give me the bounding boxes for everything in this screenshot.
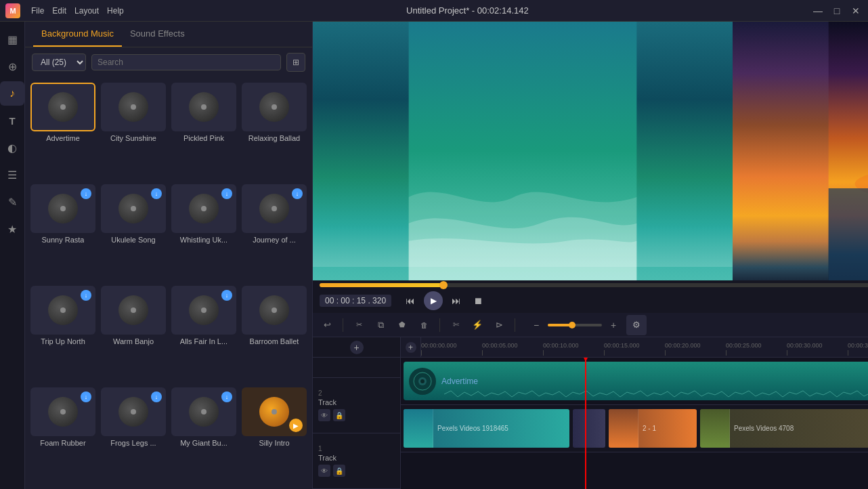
- sidebar-item-tools[interactable]: ✎: [0, 190, 24, 214]
- audio-track-name: Track: [318, 398, 395, 406]
- audio-track-header: 2 Track 👁 🔒: [313, 378, 400, 433]
- ruler-mark-1: 00:00:05.000: [482, 342, 543, 356]
- music-label-trip-up-north: Trip Up North: [41, 337, 85, 345]
- music-label-relaxing-ballad: Relaxing Ballad: [248, 134, 300, 142]
- zoom-out-btn[interactable]: −: [527, 316, 545, 334]
- download-badge-trip-up-north: ↓: [81, 290, 91, 301]
- stop-btn[interactable]: ⏹: [470, 293, 486, 309]
- clip-thumb-road: [700, 409, 730, 448]
- download-badge-journey: ↓: [292, 188, 303, 199]
- video-clip-road[interactable]: Pexels Videos 4708: [700, 409, 868, 448]
- video-clip-label-21: 2 - 1: [638, 425, 660, 432]
- sidebar-item-effects[interactable]: ⊕: [0, 54, 24, 79]
- disc-foam-rubber: [48, 397, 78, 427]
- video-clip-dark[interactable]: [573, 409, 605, 448]
- music-label-alls-fair: Alls Fair In L...: [180, 337, 227, 345]
- play-pause-btn[interactable]: ▶: [424, 291, 443, 310]
- play-badge-silly-intro: ▶: [289, 419, 303, 432]
- add-track-spacer: +: [401, 337, 421, 357]
- music-item-alls-fair[interactable]: ↓ Alls Fair In L...: [171, 286, 236, 382]
- music-label-whistling-uk: Whistling Uk...: [180, 236, 227, 244]
- sidebar-item-audio[interactable]: ♪: [0, 81, 24, 106]
- paste-btn[interactable]: ⬟: [393, 316, 411, 334]
- audio-visibility-btn[interactable]: 👁: [318, 409, 330, 421]
- track-labels: + 2 Track 👁 🔒 1: [313, 337, 401, 489]
- timeline-tracks: Advertime Pe: [401, 358, 868, 489]
- cut-icon[interactable]: ✂: [350, 316, 368, 334]
- music-thumb-ukulele-song: ↓: [101, 184, 166, 233]
- svg-point-11: [420, 379, 425, 383]
- menu-file[interactable]: File: [31, 6, 44, 16]
- menu-layout[interactable]: Layout: [74, 6, 99, 16]
- sidebar-item-media[interactable]: ▦: [0, 27, 24, 51]
- zoom-handle[interactable]: [569, 322, 576, 328]
- music-item-advertime[interactable]: Advertime: [30, 83, 95, 179]
- add-clip-btn[interactable]: +: [406, 342, 416, 353]
- progress-fill: [320, 283, 443, 287]
- music-item-journey[interactable]: ↓ Journey of ...: [242, 184, 307, 280]
- sidebar-item-text[interactable]: T: [0, 108, 24, 133]
- zoom-in-btn[interactable]: +: [605, 316, 622, 334]
- video-lock-btn[interactable]: 🔒: [333, 465, 345, 477]
- zoom-slider[interactable]: [548, 324, 602, 326]
- scissors-btn[interactable]: ✄: [447, 316, 464, 334]
- music-item-city-sunshine[interactable]: City Sunshine: [101, 83, 166, 179]
- audio-lock-btn[interactable]: 🔒: [333, 409, 345, 421]
- timeline-area: + 2 Track 👁 🔒 1: [313, 337, 868, 489]
- sidebar-item-transitions[interactable]: ◐: [0, 135, 24, 160]
- music-label-foam-rubber: Foam Rubber: [40, 439, 85, 447]
- video-visibility-btn[interactable]: 👁: [318, 465, 330, 477]
- disc-my-giant-bu: [189, 397, 219, 427]
- music-item-sunny-rasta[interactable]: ↓ Sunny Rasta: [30, 184, 95, 280]
- progress-handle[interactable]: [439, 281, 448, 289]
- music-item-relaxing-ballad[interactable]: Relaxing Ballad: [242, 83, 307, 179]
- music-item-foam-rubber[interactable]: ↓ Foam Rubber: [30, 387, 95, 484]
- delete-btn[interactable]: 🗑: [415, 316, 433, 334]
- download-badge-frogs-legs: ↓: [151, 391, 162, 402]
- music-item-pickled-pink[interactable]: Pickled Pink: [171, 83, 236, 179]
- music-label-ukulele-song: Ukulele Song: [111, 236, 155, 244]
- close-btn[interactable]: ✕: [849, 4, 863, 18]
- music-item-trip-up-north[interactable]: ↓ Trip Up North: [30, 286, 95, 382]
- marker-btn[interactable]: ⊳: [490, 316, 508, 334]
- video-clip-sunset-small[interactable]: 2 - 1: [609, 409, 697, 448]
- music-thumb-whistling-uk: ↓: [171, 184, 236, 233]
- ruler-time-7: 00:00:35.000: [848, 342, 868, 349]
- music-item-ukulele-song[interactable]: ↓ Ukulele Song: [101, 184, 166, 280]
- maximize-btn[interactable]: □: [830, 4, 844, 18]
- music-thumb-journey: ↓: [242, 184, 307, 233]
- copy-btn[interactable]: ⧉: [372, 316, 389, 334]
- fast-forward-btn[interactable]: ⏭: [448, 293, 464, 309]
- music-item-my-giant-bu[interactable]: ↓ My Giant Bu...: [171, 387, 236, 484]
- timeline-settings-btn[interactable]: ⚙: [626, 315, 647, 335]
- search-input[interactable]: [91, 54, 281, 70]
- tab-sound-effects[interactable]: Sound Effects: [122, 22, 193, 47]
- ruler-time-4: 00:00:20.000: [665, 342, 701, 349]
- progress-bar[interactable]: [320, 283, 868, 287]
- tab-background-music[interactable]: Background Music: [33, 22, 122, 47]
- sidebar-item-stickers[interactable]: ★: [0, 217, 24, 241]
- download-badge-my-giant-bu: ↓: [221, 391, 232, 402]
- svg-rect-5: [829, 188, 868, 280]
- magic-btn[interactable]: ⚡: [469, 316, 486, 334]
- music-item-whistling-uk[interactable]: ↓ Whistling Uk...: [171, 184, 236, 280]
- minimize-btn[interactable]: —: [811, 4, 825, 18]
- category-filter[interactable]: All (25): [32, 54, 86, 71]
- music-panel: Background Music Sound Effects All (25) …: [25, 22, 313, 489]
- undo-btn[interactable]: ↩: [318, 316, 336, 334]
- music-item-warm-banjo[interactable]: Warm Banjo: [101, 286, 166, 382]
- menu-help[interactable]: Help: [107, 6, 124, 16]
- music-label-silly-intro: Silly Intro: [259, 439, 289, 447]
- music-thumb-pickled-pink: [171, 83, 236, 131]
- menu-edit[interactable]: Edit: [52, 6, 66, 16]
- sidebar-item-filters[interactable]: ☰: [0, 163, 24, 187]
- video-clip-ocean[interactable]: Pexels Videos 1918465: [404, 409, 569, 448]
- timeline-ruler: 00:00:00.000 00:00:05.000 00:00:10.000 0…: [421, 337, 868, 358]
- music-item-silly-intro[interactable]: ▶ Silly Intro: [242, 387, 307, 484]
- grid-view-btn[interactable]: ⊞: [286, 53, 305, 72]
- music-item-barroom-ballet[interactable]: Barroom Ballet: [242, 286, 307, 382]
- audio-clip-advertime[interactable]: Advertime: [404, 362, 868, 400]
- add-track-btn[interactable]: +: [350, 341, 364, 354]
- music-item-frogs-legs[interactable]: ↓ Frogs Legs ...: [101, 387, 166, 484]
- rewind-btn[interactable]: ⏮: [402, 293, 418, 309]
